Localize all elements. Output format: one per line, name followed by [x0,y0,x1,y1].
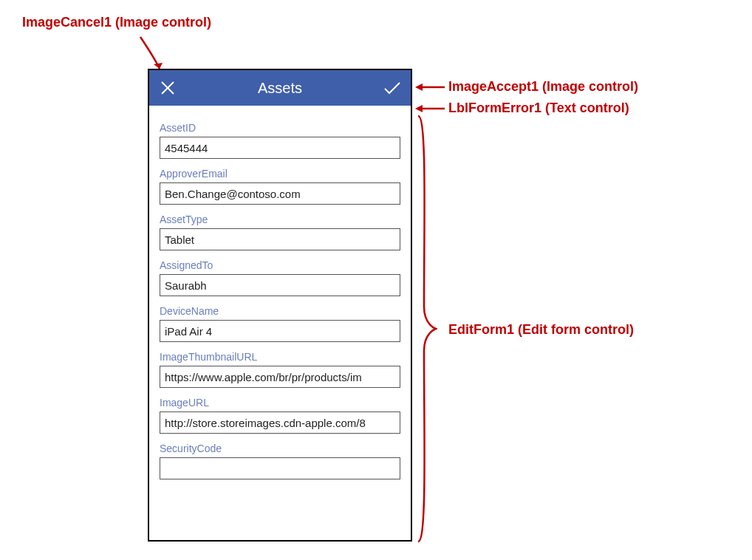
svg-marker-4 [415,83,423,91]
imagethumbnailurl-input[interactable] [160,366,400,388]
field-securitycode: SecurityCode [160,443,400,479]
field-label: SecurityCode [160,443,400,454]
field-label: AssetType [160,214,400,225]
callout-edit-form: EditForm1 (Edit form control) [448,322,634,338]
edit-form: AssetID ApproverEmail AssetType Assigned… [149,115,411,479]
assignedto-input[interactable] [160,274,400,296]
assetid-input[interactable] [160,137,400,159]
securitycode-input[interactable] [160,457,400,479]
header-title: Assets [258,80,302,97]
brace-edit-form [415,115,437,543]
field-assetid: AssetID [160,122,400,159]
field-label: AssetID [160,122,400,134]
field-label: ImageURL [160,397,400,409]
arrow-to-accept-icon [415,80,445,95]
callout-lbl-form-error: LblFormError1 (Text control) [448,100,629,116]
callout-image-accept: ImageAccept1 (Image control) [448,79,638,95]
field-imageurl: ImageURL [160,397,400,434]
arrow-to-error-label [415,101,445,116]
assettype-input[interactable] [160,228,400,250]
field-assettype: AssetType [160,214,400,250]
field-imagethumbnailurl: ImageThumbnailURL [160,351,400,388]
svg-marker-0 [154,63,163,69]
accept-icon[interactable] [381,77,403,99]
field-assignedto: AssignedTo [160,259,400,296]
imageurl-input[interactable] [160,412,400,434]
devicename-input[interactable] [160,320,400,342]
approveremail-input[interactable] [160,182,400,205]
phone-screen: Assets AssetID ApproverEmail AssetType A… [148,69,412,542]
svg-marker-6 [415,105,423,112]
field-label: DeviceName [160,305,400,317]
field-label: ApproverEmail [160,168,400,180]
form-error-label [149,106,411,115]
field-label: AssignedTo [160,259,400,271]
field-approveremail: ApproverEmail [160,168,400,205]
app-header: Assets [149,70,411,106]
callout-image-cancel: ImageCancel1 (Image control) [22,15,211,30]
close-icon[interactable] [157,77,179,99]
field-label: ImageThumbnailURL [160,351,400,363]
field-devicename: DeviceName [160,305,400,342]
